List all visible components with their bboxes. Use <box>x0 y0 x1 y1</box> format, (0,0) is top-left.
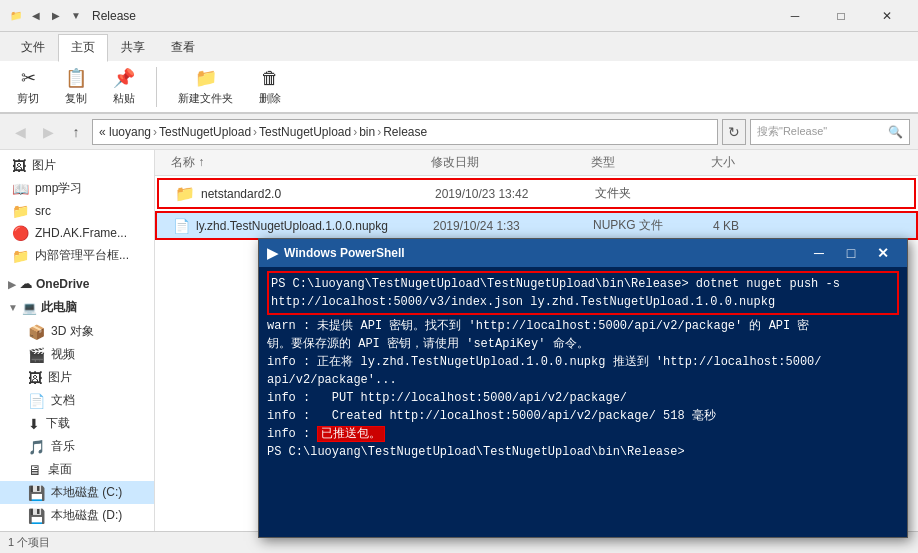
address-separator-2: › <box>253 125 257 139</box>
docs-icon: 📄 <box>28 393 45 409</box>
c-drive-icon: 💾 <box>28 485 45 501</box>
tab-home[interactable]: 主页 <box>58 34 108 62</box>
ribbon-newfolder-button[interactable]: 📁 新建文件夹 <box>169 62 242 111</box>
ps-line-5: info : 正在将 ly.zhd.TestNugetUpload.1.0.0.… <box>267 353 899 371</box>
file-type-cell: NUPKG 文件 <box>593 217 713 234</box>
pic2-icon: 🖼 <box>28 370 42 386</box>
sidebar-item-label-c: 本地磁盘 (C:) <box>51 484 122 501</box>
nupkg-icon: 📄 <box>173 218 190 234</box>
col-header-size: 大小 <box>711 154 902 171</box>
ps-line-3: warn : 未提供 API 密钥。找不到 'http://localhost:… <box>267 317 899 335</box>
cut-label: 剪切 <box>17 91 39 106</box>
search-placeholder: 搜索"Release" <box>757 124 827 139</box>
video-icon: 🎬 <box>28 347 45 363</box>
close-button[interactable]: ✕ <box>864 0 910 32</box>
status-text: 1 个项目 <box>8 535 50 550</box>
sidebar-section-onedrive[interactable]: ▶ ☁ OneDrive <box>0 273 154 295</box>
sidebar-item-label-zhd: ZHD.AK.Frame... <box>35 226 127 240</box>
ps-cmd-block: PS C:\luoyang\TestNugetUpload\TestNugetU… <box>267 271 899 315</box>
tab-file[interactable]: 文件 <box>8 34 58 61</box>
ps-title-icon: ▶ <box>267 245 278 261</box>
3d-icon: 📦 <box>28 324 45 340</box>
zhd-icon: 🔴 <box>12 225 29 241</box>
ribbon-paste-button[interactable]: 📌 粘贴 <box>104 62 144 111</box>
forward-button[interactable]: ▶ <box>36 120 60 144</box>
sidebar-item-docs[interactable]: 📄 文档 <box>0 389 154 412</box>
onedrive-icon: ☁ <box>20 277 32 291</box>
address-separator-3: › <box>353 125 357 139</box>
maximize-button[interactable]: □ <box>818 0 864 32</box>
sidebar-item-mgmt[interactable]: 📁 内部管理平台框... <box>0 244 154 267</box>
file-row[interactable]: 📁 netstandard2.0 2019/10/23 13:42 文件夹 <box>157 178 916 209</box>
address-part-1: « luoyang <box>99 125 151 139</box>
pc-icon: 💻 <box>22 301 37 315</box>
sidebar-item-video[interactable]: 🎬 视频 <box>0 343 154 366</box>
sidebar-item-label-pmp: pmp学习 <box>35 180 82 197</box>
file-date-cell: 2019/10/23 13:42 <box>435 187 595 201</box>
ribbon-content: ✂ 剪切 📋 复制 📌 粘贴 📁 新建文件夹 🗑 删除 <box>0 61 918 113</box>
address-separator-4: › <box>377 125 381 139</box>
ribbon-copy-button[interactable]: 📋 复制 <box>56 62 96 111</box>
sidebar-item-pmp[interactable]: 📖 pmp学习 <box>0 177 154 200</box>
tab-view[interactable]: 查看 <box>158 34 208 61</box>
sidebar-item-downloads[interactable]: ⬇ 下载 <box>0 412 154 435</box>
sidebar-item-music[interactable]: 🎵 音乐 <box>0 435 154 458</box>
file-size-cell: 4 KB <box>713 219 900 233</box>
sidebar-item-d[interactable]: 💾 本地磁盘 (D:) <box>0 504 154 527</box>
nupkg-name-text: ly.zhd.TestNugetUpload.1.0.0.nupkg <box>196 219 388 233</box>
pc-label: 此电脑 <box>41 299 77 316</box>
music-icon: 🎵 <box>28 439 45 455</box>
downloads-icon: ⬇ <box>28 416 40 432</box>
ps-close-button[interactable]: ✕ <box>867 239 899 267</box>
address-bar[interactable]: « luoyang › TestNugetUpload › TestNugetU… <box>92 119 718 145</box>
ps-line-9: info : 已推送包。 <box>267 425 899 443</box>
sidebar-item-pic2[interactable]: 🖼 图片 <box>0 366 154 389</box>
sidebar-item-c[interactable]: 💾 本地磁盘 (C:) <box>0 481 154 504</box>
sidebar-item-pictures[interactable]: 🖼 图片 <box>0 154 154 177</box>
ribbon-divider <box>156 67 157 107</box>
sidebar-section-pc[interactable]: ▼ 💻 此电脑 <box>0 295 154 320</box>
src-icon: 📁 <box>12 203 29 219</box>
sidebar: 🖼 图片 📖 pmp学习 📁 src 🔴 ZHD.AK.Frame... 📁 内… <box>0 150 155 553</box>
title-bar: 📁 ◀ ▶ ▼ Release ─ □ ✕ <box>0 0 918 32</box>
ps-line-1: PS C:\luoyang\TestNugetUpload\TestNugetU… <box>271 275 895 293</box>
powershell-window: ▶ Windows PowerShell ─ □ ✕ PS C:\luoyang… <box>258 238 908 538</box>
ribbon-delete-button[interactable]: 🗑 删除 <box>250 63 290 111</box>
tab-share[interactable]: 共享 <box>108 34 158 61</box>
delete-label: 删除 <box>259 91 281 106</box>
ps-line-7: info : PUT http://localhost:5000/api/v2/… <box>267 389 899 407</box>
title-bar-icons: 📁 ◀ ▶ ▼ <box>8 8 84 24</box>
file-row[interactable]: 📄 ly.zhd.TestNugetUpload.1.0.0.nupkg 201… <box>155 211 918 240</box>
back-button[interactable]: ◀ <box>8 120 32 144</box>
sidebar-item-label-mgmt: 内部管理平台框... <box>35 247 129 264</box>
sidebar-item-desktop[interactable]: 🖥 桌面 <box>0 458 154 481</box>
newfolder-label: 新建文件夹 <box>178 91 233 106</box>
ps-line-4: 钥。要保存源的 API 密钥，请使用 'setApiKey' 命令。 <box>267 335 899 353</box>
sidebar-item-label-d: 本地磁盘 (D:) <box>51 507 122 524</box>
folder-icon: 📁 <box>175 184 195 203</box>
sidebar-item-label-desktop: 桌面 <box>48 461 72 478</box>
delete-icon: 🗑 <box>261 68 279 89</box>
address-part-3: TestNugetUpload <box>259 125 351 139</box>
up-button[interactable]: ↑ <box>64 120 88 144</box>
sidebar-item-label-src: src <box>35 204 51 218</box>
ps-minimize-button[interactable]: ─ <box>803 239 835 267</box>
ps-title-text: Windows PowerShell <box>284 246 803 260</box>
sidebar-item-src[interactable]: 📁 src <box>0 200 154 222</box>
desktop-icon: 🖥 <box>28 462 42 478</box>
col-header-date: 修改日期 <box>431 154 591 171</box>
search-box[interactable]: 搜索"Release" 🔍 <box>750 119 910 145</box>
sidebar-item-zhd[interactable]: 🔴 ZHD.AK.Frame... <box>0 222 154 244</box>
ps-maximize-button[interactable]: □ <box>835 239 867 267</box>
folder-name-text: netstandard2.0 <box>201 187 281 201</box>
sidebar-item-3d[interactable]: 📦 3D 对象 <box>0 320 154 343</box>
ps-line-2: http://localhost:5000/v3/index.json ly.z… <box>271 293 895 311</box>
pmp-icon: 📖 <box>12 181 29 197</box>
sidebar-item-label-downloads: 下载 <box>46 415 70 432</box>
ps-title-bar: ▶ Windows PowerShell ─ □ ✕ <box>259 239 907 267</box>
refresh-button[interactable]: ↻ <box>722 119 746 145</box>
ribbon-cut-button[interactable]: ✂ 剪切 <box>8 62 48 111</box>
paste-label: 粘贴 <box>113 91 135 106</box>
minimize-button[interactable]: ─ <box>772 0 818 32</box>
ribbon: 文件 主页 共享 查看 ✂ 剪切 📋 复制 📌 粘贴 📁 新建文件夹 🗑 删除 <box>0 32 918 114</box>
